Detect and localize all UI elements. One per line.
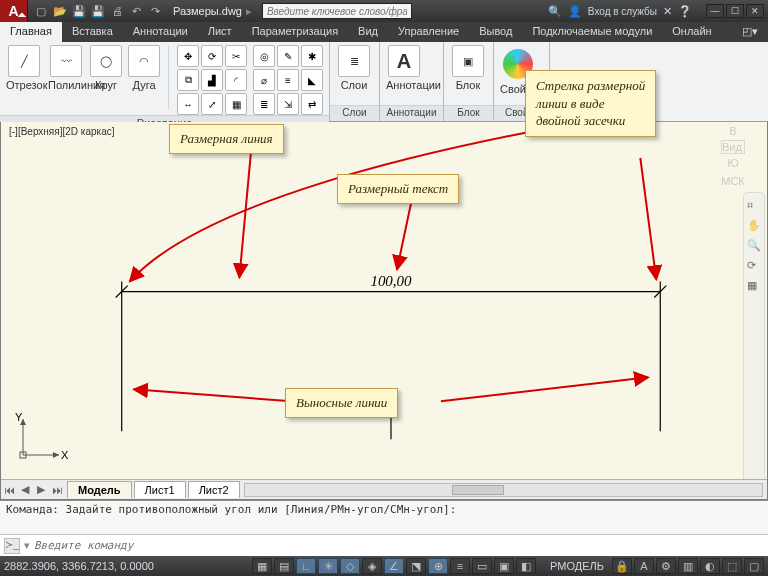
rotate-icon[interactable]: ⟳ bbox=[201, 45, 223, 67]
status-polar-icon[interactable]: ✳ bbox=[318, 558, 338, 574]
signin-label[interactable]: Вход в службы bbox=[588, 6, 657, 17]
qat-redo-icon[interactable]: ↷ bbox=[147, 3, 163, 19]
status-dyn-icon[interactable]: ⊕ bbox=[428, 558, 448, 574]
tab-output[interactable]: Вывод bbox=[469, 22, 522, 42]
break-icon[interactable]: ≡ bbox=[277, 69, 299, 91]
command-glyph-icon[interactable]: ≻_ bbox=[4, 538, 20, 554]
circle-label: Круг bbox=[90, 79, 122, 91]
fillet-icon[interactable]: ◜ bbox=[225, 69, 247, 91]
tab-online[interactable]: Онлайн bbox=[662, 22, 721, 42]
fullnav-icon[interactable]: ⌗ bbox=[747, 199, 761, 213]
status-osnap-icon[interactable]: ◇ bbox=[340, 558, 360, 574]
status-sc-icon[interactable]: ◧ bbox=[516, 558, 536, 574]
status-hw-icon[interactable]: ◐ bbox=[700, 558, 720, 574]
status-otrack-icon[interactable]: ∠ bbox=[384, 558, 404, 574]
offset-icon[interactable]: ◎ bbox=[253, 45, 275, 67]
tab-first-icon[interactable]: ⏮ bbox=[1, 484, 17, 496]
infocenter-search-icon[interactable]: 🔍 bbox=[548, 5, 562, 18]
signin-icon[interactable]: 👤 bbox=[568, 5, 582, 18]
text-button[interactable]: AАннотации bbox=[386, 45, 422, 91]
status-snap-icon[interactable]: ▦ bbox=[252, 558, 272, 574]
qat-save-icon[interactable]: 💾 bbox=[71, 3, 87, 19]
svg-text:Y: Y bbox=[15, 411, 23, 423]
tab-manage[interactable]: Управление bbox=[388, 22, 469, 42]
help-icon[interactable]: ❔ bbox=[678, 5, 692, 18]
array-icon[interactable]: ▦ bbox=[225, 93, 247, 115]
app-menu-button[interactable]: A bbox=[0, 0, 28, 22]
qat-undo-icon[interactable]: ↶ bbox=[128, 3, 144, 19]
status-qp-icon[interactable]: ▣ bbox=[494, 558, 514, 574]
qat-open-icon[interactable]: 📂 bbox=[52, 3, 68, 19]
status-3dosnap-icon[interactable]: ◈ bbox=[362, 558, 382, 574]
pan-icon[interactable]: ✋ bbox=[747, 219, 761, 233]
tab-layout[interactable]: Лист bbox=[198, 22, 242, 42]
explode-icon[interactable]: ✱ bbox=[301, 45, 323, 67]
arc-button[interactable]: ◠Дуга bbox=[128, 45, 160, 91]
tab-insert[interactable]: Вставка bbox=[62, 22, 123, 42]
model-tab[interactable]: Модель bbox=[67, 481, 132, 498]
reverse-icon[interactable]: ⇄ bbox=[301, 93, 323, 115]
minimize-button[interactable]: — bbox=[706, 4, 724, 18]
erase-icon[interactable]: ✎ bbox=[277, 45, 299, 67]
tab-next-icon[interactable]: ▶ bbox=[33, 483, 49, 496]
layout1-tab[interactable]: Лист1 bbox=[134, 481, 186, 498]
status-ducs-icon[interactable]: ⬔ bbox=[406, 558, 426, 574]
viewcube[interactable]: ВВид Ю МСК bbox=[703, 126, 763, 186]
navigation-bar[interactable]: ⌗ ✋ 🔍 ⟳ ▦ bbox=[743, 192, 765, 495]
status-model-label[interactable]: РМОДЕЛЬ bbox=[544, 560, 610, 572]
qat-saveas-icon[interactable]: 💾 bbox=[90, 3, 106, 19]
tab-prev-icon[interactable]: ◀ bbox=[17, 483, 33, 496]
status-lwt-icon[interactable]: ≡ bbox=[450, 558, 470, 574]
stretch-icon[interactable]: ↔ bbox=[177, 93, 199, 115]
maximize-button[interactable]: ☐ bbox=[726, 4, 744, 18]
line-button[interactable]: ╱Отрезок bbox=[6, 45, 42, 91]
svg-text:X: X bbox=[61, 449, 69, 461]
mirror-icon[interactable]: ▟ bbox=[201, 69, 223, 91]
copy-icon[interactable]: ⧉ bbox=[177, 69, 199, 91]
join-icon[interactable]: ⌀ bbox=[253, 69, 275, 91]
viewport-label[interactable]: [-][Верхняя][2D каркас] bbox=[9, 126, 114, 137]
status-grid-icon[interactable]: ▤ bbox=[274, 558, 294, 574]
tab-view[interactable]: Вид bbox=[348, 22, 388, 42]
tab-last-icon[interactable]: ⏭ bbox=[49, 484, 65, 496]
layout-tabs: ⏮ ◀ ▶ ⏭ Модель Лист1 Лист2 bbox=[1, 479, 767, 499]
tab-expander[interactable]: ◰▾ bbox=[732, 22, 768, 42]
orbit-icon[interactable]: ⟳ bbox=[747, 259, 761, 273]
status-toolbar-icon[interactable]: ▥ bbox=[678, 558, 698, 574]
tab-plugins[interactable]: Подключаемые модули bbox=[522, 22, 662, 42]
panel-layers-title: Слои bbox=[330, 105, 379, 121]
hscrollbar[interactable] bbox=[244, 483, 763, 497]
move-icon[interactable]: ✥ bbox=[177, 45, 199, 67]
layout2-tab[interactable]: Лист2 bbox=[188, 481, 240, 498]
layers-button[interactable]: ≣Слои bbox=[336, 45, 372, 91]
search-input[interactable] bbox=[262, 3, 412, 19]
qat-plot-icon[interactable]: 🖨 bbox=[109, 3, 125, 19]
tab-parametric[interactable]: Параметризация bbox=[242, 22, 348, 42]
command-input[interactable] bbox=[34, 539, 764, 552]
status-ortho-icon[interactable]: ∟ bbox=[296, 558, 316, 574]
status-tpy-icon[interactable]: ▭ bbox=[472, 558, 492, 574]
command-area: Команда: Задайте противоположный угол ил… bbox=[0, 500, 768, 556]
zoom-icon[interactable]: 🔍 bbox=[747, 239, 761, 253]
block-button[interactable]: ▣Блок bbox=[450, 45, 486, 91]
exchange-icon[interactable]: ✕ bbox=[663, 5, 672, 18]
drawing-area[interactable]: [-][Верхняя][2D каркас] ВВид Ю МСК ⌗ ✋ 🔍… bbox=[0, 122, 768, 500]
status-ann-icon[interactable]: 🔒 bbox=[612, 558, 632, 574]
tab-home[interactable]: Главная bbox=[0, 22, 62, 42]
qat-new-icon[interactable]: ▢ bbox=[33, 3, 49, 19]
status-ws-icon[interactable]: ⚙ bbox=[656, 558, 676, 574]
status-annoscale-icon[interactable]: A bbox=[634, 558, 654, 574]
polyline-button[interactable]: 〰Полилиния bbox=[48, 45, 84, 91]
circle-button[interactable]: ◯Круг bbox=[90, 45, 122, 91]
status-iso-icon[interactable]: ⬚ bbox=[722, 558, 742, 574]
chamfer-icon[interactable]: ◣ bbox=[301, 69, 323, 91]
coordinates-readout[interactable]: 2882.3906, 3366.7213, 0.0000 bbox=[4, 560, 154, 572]
close-button[interactable]: ✕ bbox=[746, 4, 764, 18]
lengthen-icon[interactable]: ⇲ bbox=[277, 93, 299, 115]
scale-icon[interactable]: ⤢ bbox=[201, 93, 223, 115]
trim-icon[interactable]: ✂ bbox=[225, 45, 247, 67]
tab-annotate[interactable]: Аннотации bbox=[123, 22, 198, 42]
align-icon[interactable]: ≣ bbox=[253, 93, 275, 115]
status-clean-icon[interactable]: ▢ bbox=[744, 558, 764, 574]
showmotion-icon[interactable]: ▦ bbox=[747, 279, 761, 293]
